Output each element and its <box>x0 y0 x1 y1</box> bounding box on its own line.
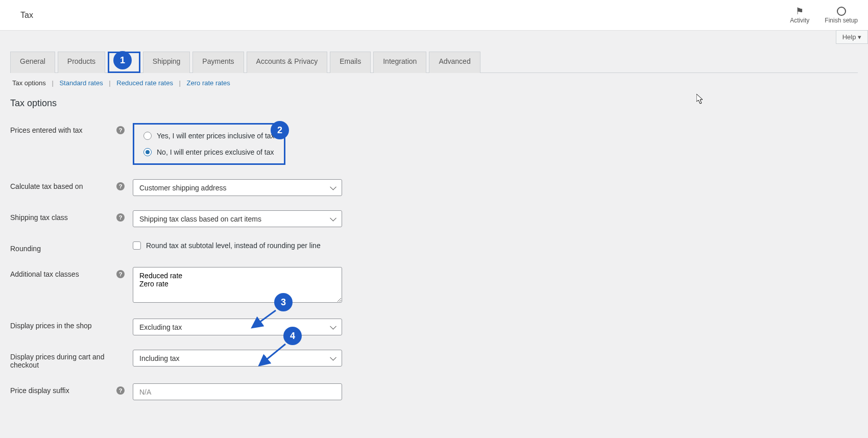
annotation-arrow-3 <box>250 308 278 330</box>
settings-tabs: General Products Tax Shipping Payments A… <box>10 31 858 73</box>
radio-exclusive-label: No, I will enter prices exclusive of tax <box>157 148 274 156</box>
checkbox-rounding-label: Round tax at subtotal level, instead of … <box>146 241 321 250</box>
select-calc-tax[interactable]: Customer shipping address <box>133 179 342 196</box>
label-prices-entered: Prices entered with tax ? <box>10 123 133 134</box>
radio-exclusive[interactable]: No, I will enter prices exclusive of tax <box>143 148 275 156</box>
tab-shipping[interactable]: Shipping <box>143 52 190 73</box>
radio-button-icon <box>143 132 152 140</box>
annotation-badge-1: 1 <box>113 51 132 69</box>
input-price-suffix[interactable] <box>133 383 342 400</box>
page-title: Tax <box>20 11 33 20</box>
label-additional-tax-classes: Additional tax classes ? <box>10 267 133 278</box>
checkbox-rounding[interactable]: Round tax at subtotal level, instead of … <box>133 241 342 250</box>
tab-general[interactable]: General <box>10 52 55 73</box>
textarea-additional-tax-classes[interactable] <box>133 267 342 303</box>
row-price-suffix: Price display suffix ? <box>10 383 858 400</box>
subtab-zero-rates[interactable]: Zero rate rates <box>185 79 232 87</box>
row-rounding: Rounding Round tax at subtotal level, in… <box>10 241 858 253</box>
top-actions: ⚑ Activity Finish setup <box>790 7 858 24</box>
select-display-cart-value: Including tax <box>139 354 180 362</box>
select-display-shop[interactable]: Excluding tax <box>133 319 342 335</box>
radio-group-prices: Yes, I will enter prices inclusive of ta… <box>133 123 285 165</box>
circle-progress-icon <box>837 7 846 16</box>
finish-setup-button[interactable]: Finish setup <box>825 7 858 24</box>
radio-inclusive[interactable]: Yes, I will enter prices inclusive of ta… <box>143 132 275 140</box>
activity-button[interactable]: ⚑ Activity <box>790 7 809 24</box>
annotation-arrow-4 <box>257 342 288 369</box>
flag-icon: ⚑ <box>795 7 804 16</box>
tab-advanced[interactable]: Advanced <box>429 52 480 73</box>
subtab-tax-options[interactable]: Tax options <box>10 79 48 87</box>
help-tooltip-icon[interactable]: ? <box>116 182 125 190</box>
row-display-shop: Display prices in the shop Excluding tax <box>10 319 858 335</box>
label-calc-tax: Calculate tax based on ? <box>10 179 133 190</box>
label-shipping-tax-class: Shipping tax class ? <box>10 210 133 222</box>
subtab-reduced-rates[interactable]: Reduced rate rates <box>114 79 175 87</box>
radio-button-checked-icon <box>143 148 152 156</box>
annotation-badge-4: 4 <box>283 327 302 345</box>
help-tooltip-icon[interactable]: ? <box>116 270 125 278</box>
select-display-shop-value: Excluding tax <box>139 323 182 331</box>
select-shipping-tax-class[interactable]: Shipping tax class based on cart items <box>133 210 342 227</box>
control-prices-entered: Yes, I will enter prices inclusive of ta… <box>133 123 342 165</box>
top-bar: Tax ⚑ Activity Finish setup <box>0 0 868 31</box>
help-button[interactable]: Help ▾ <box>836 30 868 44</box>
row-display-cart: Display prices during cart and checkout … <box>10 350 858 369</box>
cursor-icon <box>696 94 705 107</box>
label-display-shop: Display prices in the shop <box>10 319 133 330</box>
annotation-badge-2: 2 <box>271 121 289 139</box>
subtabs: Tax options | Standard rates | Reduced r… <box>10 73 858 93</box>
svg-line-3 <box>260 344 285 364</box>
row-additional-tax-classes: Additional tax classes ? <box>10 267 858 304</box>
subtab-standard-rates[interactable]: Standard rates <box>57 79 105 87</box>
label-rounding: Rounding <box>10 241 133 253</box>
svg-line-1 <box>253 310 276 327</box>
row-prices-entered: Prices entered with tax ? Yes, I will en… <box>10 123 858 165</box>
select-display-cart[interactable]: Including tax <box>133 350 342 367</box>
help-tooltip-icon[interactable]: ? <box>116 126 125 134</box>
finish-setup-label: Finish setup <box>825 17 858 24</box>
tab-payments[interactable]: Payments <box>192 52 244 73</box>
content-area: Help ▾ General Products Tax Shipping Pay… <box>0 31 868 400</box>
label-display-cart: Display prices during cart and checkout <box>10 350 133 369</box>
help-tooltip-icon[interactable]: ? <box>116 213 125 222</box>
select-calc-tax-value: Customer shipping address <box>139 184 226 192</box>
tab-products[interactable]: Products <box>58 52 105 73</box>
activity-label: Activity <box>790 17 809 24</box>
help-tooltip-icon[interactable]: ? <box>116 386 125 395</box>
row-shipping-tax-class: Shipping tax class ? Shipping tax class … <box>10 210 858 227</box>
tab-emails[interactable]: Emails <box>330 52 371 73</box>
tab-accounts[interactable]: Accounts & Privacy <box>247 52 328 73</box>
radio-inclusive-label: Yes, I will enter prices inclusive of ta… <box>157 132 275 140</box>
section-title: Tax options <box>10 98 858 109</box>
tab-integration[interactable]: Integration <box>373 52 426 73</box>
checkbox-icon <box>133 241 141 250</box>
select-shipping-tax-class-value: Shipping tax class based on cart items <box>139 215 261 223</box>
annotation-badge-3: 3 <box>274 293 293 311</box>
row-calc-tax: Calculate tax based on ? Customer shippi… <box>10 179 858 196</box>
label-price-suffix: Price display suffix ? <box>10 383 133 395</box>
